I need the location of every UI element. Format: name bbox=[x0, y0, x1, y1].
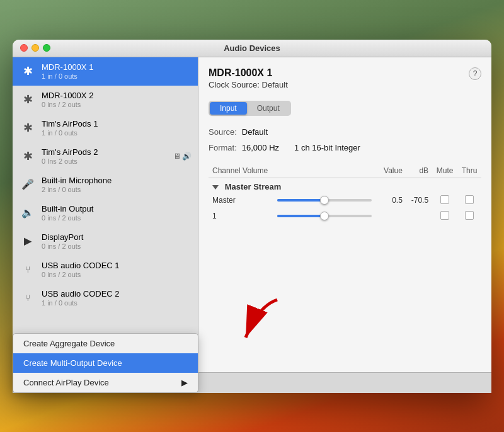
ch1-mute-checkbox[interactable] bbox=[440, 211, 449, 220]
format-label: Format: bbox=[209, 143, 237, 152]
detail-panel: MDR-1000X 1 Clock Source: Default ? Inpu… bbox=[198, 57, 491, 372]
device-name: MDR-1000X 2 bbox=[42, 91, 192, 100]
format-bit: 1 ch 16-bit Integer bbox=[294, 143, 360, 152]
output-button[interactable]: Output bbox=[247, 102, 290, 115]
microphone-icon: 🎤 bbox=[19, 176, 37, 193]
minimize-button[interactable] bbox=[32, 44, 39, 52]
volume-controls: 🖥 🔊 bbox=[173, 152, 192, 161]
main-content: ✱ MDR-1000X 1 1 in / 0 outs ✱ MDR-1000X … bbox=[13, 57, 491, 372]
collapse-icon[interactable] bbox=[212, 185, 219, 190]
master-stream-label: Master Stream bbox=[225, 182, 282, 191]
device-item-builtin-mic[interactable]: 🎤 Built-in Microphone 2 ins / 0 outs bbox=[13, 171, 198, 199]
device-item-usb1[interactable]: ⑂ USB audio CODEC 1 0 ins / 2 outs bbox=[13, 256, 198, 284]
menu-item-multi-output[interactable]: Create Multi-Output Device bbox=[13, 353, 198, 373]
master-slider-cell[interactable] bbox=[273, 193, 379, 208]
detail-header: MDR-1000X 1 Clock Source: Default ? bbox=[209, 67, 481, 89]
dropdown-menu: Create Aggregate Device Create Multi-Out… bbox=[13, 333, 198, 393]
submenu-arrow-icon: ▶ bbox=[181, 378, 188, 387]
channel-1-slider-fill bbox=[277, 215, 324, 217]
channel-1-label: 1 bbox=[209, 208, 273, 224]
device-item-mdr2[interactable]: ✱ MDR-1000X 2 0 ins / 2 outs bbox=[13, 86, 198, 114]
master-stream-row: Master Stream bbox=[209, 178, 481, 193]
device-io: 2 ins / 0 outs bbox=[42, 186, 192, 193]
menu-item-aggregate[interactable]: Create Aggregate Device bbox=[13, 334, 198, 353]
detail-device-name: MDR-1000X 1 bbox=[209, 67, 288, 79]
traffic-lights bbox=[20, 44, 50, 52]
cv-col-mute: Mute bbox=[432, 164, 457, 178]
channel-volume-table: Channel Volume Value dB Mute Thru Master… bbox=[209, 164, 481, 224]
master-mute-checkbox[interactable] bbox=[440, 195, 449, 204]
clock-source-value: Default bbox=[262, 80, 288, 89]
device-item-displayport[interactable]: ▶ DisplayPort 0 ins / 2 outs bbox=[13, 227, 198, 256]
device-name: Built-in Microphone bbox=[42, 176, 192, 185]
device-name: Tim's AirPods 1 bbox=[42, 119, 192, 128]
device-item-mdr1[interactable]: ✱ MDR-1000X 1 1 in / 0 outs bbox=[13, 57, 198, 86]
bluetooth-icon: ✱ bbox=[19, 119, 37, 137]
cv-header-label: Channel Volume bbox=[209, 164, 273, 178]
device-io: 0 ins / 2 outs bbox=[42, 242, 192, 250]
format-hz: 16,000 Hz bbox=[242, 143, 279, 152]
source-value: Default bbox=[242, 127, 268, 137]
clock-source: Clock Source: Default bbox=[209, 80, 288, 89]
device-item-builtin-out[interactable]: 🔈 Built-in Output 0 ins / 2 outs bbox=[13, 199, 198, 227]
bluetooth-icon: ✱ bbox=[19, 62, 37, 80]
bluetooth-icon: ✱ bbox=[19, 147, 37, 165]
cv-col-thru: Thru bbox=[457, 164, 481, 178]
displayport-icon: ▶ bbox=[19, 232, 37, 250]
sidebar: ✱ MDR-1000X 1 1 in / 0 outs ✱ MDR-1000X … bbox=[13, 57, 198, 372]
input-button[interactable]: Input bbox=[210, 102, 247, 115]
titlebar: Audio Devices bbox=[13, 40, 491, 57]
device-io: 1 in / 0 outs bbox=[42, 299, 192, 307]
clock-source-label: Clock Source: bbox=[209, 80, 260, 89]
master-thru-checkbox[interactable] bbox=[465, 195, 474, 204]
device-name: USB audio CODEC 2 bbox=[42, 289, 192, 298]
device-io: 0 ins / 2 outs bbox=[42, 271, 192, 278]
source-row: Source: Default bbox=[209, 127, 481, 137]
source-label: Source: bbox=[209, 127, 237, 137]
maximize-button[interactable] bbox=[43, 44, 50, 52]
help-button[interactable]: ? bbox=[469, 67, 481, 80]
master-value: 0.5 bbox=[379, 193, 406, 208]
format-row: Format: 16,000 Hz 1 ch 16-bit Integer bbox=[209, 143, 481, 152]
device-io: 1 in / 0 outs bbox=[42, 72, 192, 80]
master-channel-row: Master 0.5 -70.5 bbox=[209, 193, 481, 208]
device-name: Tim's AirPods 2 bbox=[42, 147, 173, 157]
device-io: 1 in / 0 outs bbox=[42, 129, 192, 137]
master-slider-track bbox=[277, 199, 372, 202]
master-db: -70.5 bbox=[406, 193, 432, 208]
master-slider-thumb[interactable] bbox=[320, 196, 329, 205]
master-label: Master bbox=[209, 193, 273, 208]
channel-1-row: 1 bbox=[209, 208, 481, 224]
device-name: DisplayPort bbox=[42, 232, 192, 242]
usb-icon: ⑂ bbox=[19, 261, 37, 278]
device-name: Built-in Output bbox=[42, 204, 192, 213]
device-name: USB audio CODEC 1 bbox=[42, 261, 192, 270]
bluetooth-icon: ✱ bbox=[19, 91, 37, 108]
device-io: 0 Ins 2 outs bbox=[42, 157, 173, 165]
device-item-airpods1[interactable]: ✱ Tim's AirPods 1 1 in / 0 outs bbox=[13, 114, 198, 142]
device-item-usb2[interactable]: ⑂ USB audio CODEC 2 1 in / 0 outs bbox=[13, 284, 198, 312]
speaker-icon: 🔊 bbox=[182, 152, 192, 161]
usb-icon: ⑂ bbox=[19, 289, 37, 307]
master-slider-fill bbox=[277, 199, 324, 202]
device-io: 0 ins / 2 outs bbox=[42, 101, 192, 108]
menu-item-airplay[interactable]: Connect AirPlay Device ▶ bbox=[13, 373, 198, 392]
screen-icon: 🖥 bbox=[173, 152, 181, 161]
device-name: MDR-1000X 1 bbox=[42, 62, 192, 72]
ch1-thru-checkbox[interactable] bbox=[465, 211, 474, 220]
device-item-airpods2[interactable]: ✱ Tim's AirPods 2 0 Ins 2 outs 🖥 🔊 bbox=[13, 142, 198, 171]
bottom-toolbar: + − ⚙ ▾ Create Aggregate Device Create M… bbox=[13, 372, 491, 393]
channel-1-slider-cell[interactable] bbox=[273, 208, 379, 224]
channel-1-slider-track bbox=[277, 215, 372, 217]
io-toggle: Input Output bbox=[209, 101, 291, 116]
channel-1-slider-thumb[interactable] bbox=[320, 212, 329, 220]
device-io: 0 ins / 2 outs bbox=[42, 214, 192, 222]
cv-col-value: Value bbox=[379, 164, 406, 178]
close-button[interactable] bbox=[20, 44, 28, 52]
audio-devices-window: Audio Devices ✱ MDR-1000X 1 1 in / 0 out… bbox=[13, 40, 491, 393]
cv-col-db: dB bbox=[406, 164, 432, 178]
window-title: Audio Devices bbox=[224, 43, 280, 53]
speaker-icon: 🔈 bbox=[19, 204, 37, 222]
